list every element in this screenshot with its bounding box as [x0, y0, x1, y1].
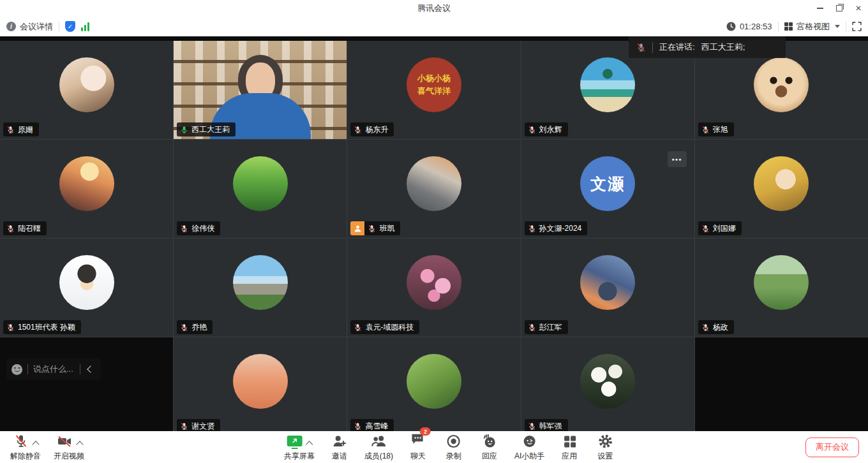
- participant-name: 袁元-域圆科技: [365, 322, 414, 333]
- muted-mic-icon: [636, 43, 646, 52]
- participant-avatar: [580, 57, 635, 112]
- speaking-prefix: 正在讲话:: [659, 41, 695, 53]
- apps-label: 应用: [562, 451, 577, 462]
- grid-view-icon: [784, 22, 793, 31]
- reactions-label: 回应: [482, 451, 497, 462]
- clock-icon: [726, 22, 736, 31]
- participant-avatar: [233, 156, 288, 211]
- view-mode-dropdown[interactable]: 宫格视图: [784, 21, 841, 33]
- window-controls: ✕: [811, 0, 868, 17]
- participant-name: 孙文灏-2024: [539, 223, 582, 234]
- camera-muted-icon: [56, 434, 73, 449]
- participant-name: 陆召韁: [18, 223, 41, 234]
- reactions-button[interactable]: 回应: [479, 432, 500, 462]
- participant-name-label: 袁元-域圆科技: [350, 320, 419, 334]
- unmute-button[interactable]: 解除静音: [10, 432, 41, 462]
- restore-button[interactable]: [830, 0, 849, 17]
- participant-tile[interactable]: 杨政: [695, 239, 868, 337]
- participant-tile[interactable]: 高雪峰: [347, 337, 520, 436]
- info-icon: i: [6, 22, 16, 31]
- record-icon: [446, 434, 461, 449]
- window-titlebar: 腾讯会议 ✕: [0, 0, 868, 17]
- participant-tile[interactable]: 班凯: [347, 140, 520, 238]
- view-mode-label: 宫格视图: [797, 21, 830, 33]
- participant-tile[interactable]: 1501班代表 孙颖: [0, 239, 173, 337]
- mic-options-chevron[interactable]: [32, 441, 39, 448]
- participant-tile[interactable]: 小杨小杨 喜气洋洋 杨东升: [347, 41, 520, 139]
- participant-name: 杨政: [713, 322, 728, 333]
- video-options-chevron[interactable]: [76, 441, 83, 448]
- chat-button[interactable]: 2 聊天: [407, 432, 429, 462]
- participant-tile[interactable]: 刘国娜: [695, 140, 868, 238]
- chevron-down-icon: [835, 25, 840, 28]
- members-button[interactable]: 成员(18): [364, 432, 393, 462]
- meeting-details-label: 会议详情: [20, 21, 53, 33]
- close-button[interactable]: ✕: [849, 0, 868, 17]
- emoji-picker-icon[interactable]: [11, 364, 22, 375]
- participant-tile[interactable]: 谢文贤: [174, 337, 347, 436]
- apps-button[interactable]: 应用: [558, 432, 580, 462]
- mic-status-icon: [354, 422, 362, 430]
- meeting-duration: 01:28:53: [726, 22, 772, 31]
- participant-name-label: 乔艳: [177, 320, 213, 334]
- divider: [27, 364, 28, 374]
- participant-tile[interactable]: 彭江军: [521, 239, 694, 337]
- mic-status-icon: [180, 422, 188, 430]
- participant-tile[interactable]: 韩军强: [521, 337, 694, 436]
- security-shield-icon[interactable]: ✓: [65, 21, 75, 32]
- mic-status-icon: [180, 224, 188, 233]
- share-screen-button[interactable]: 共享屏幕: [284, 432, 315, 462]
- host-badge-icon: [350, 221, 364, 235]
- share-options-chevron[interactable]: [305, 441, 312, 448]
- participant-tile[interactable]: 乔艳: [174, 239, 347, 337]
- participant-tile[interactable]: 文灏 ••• 孙文灏-2024: [521, 140, 694, 238]
- participant-name-label: 陆召韁: [3, 221, 47, 235]
- mic-status-icon: [701, 323, 710, 332]
- chat-input[interactable]: 说点什么...: [33, 364, 75, 375]
- leave-meeting-button[interactable]: 离开会议: [805, 437, 859, 457]
- participant-name-label: 刘国娜: [698, 221, 742, 235]
- participant-tile[interactable]: 原姗: [0, 41, 173, 139]
- mic-status-icon: [6, 323, 15, 332]
- chat-unread-badge: 2: [420, 427, 431, 436]
- divider: [59, 22, 59, 31]
- empty-tile: [0, 337, 173, 436]
- divider: [846, 22, 846, 31]
- minimize-icon: [817, 8, 823, 9]
- participant-tile[interactable]: 袁元-域圆科技: [347, 239, 520, 337]
- participant-name-label: 孙文灏-2024: [525, 221, 588, 235]
- participant-avatar: [407, 255, 461, 310]
- participant-avatar: [754, 255, 809, 310]
- invite-icon: [332, 434, 347, 449]
- participant-tile[interactable]: 陆召韁: [0, 140, 173, 238]
- invite-button[interactable]: 邀请: [329, 432, 350, 462]
- more-options-button[interactable]: •••: [668, 151, 687, 167]
- chat-quickbar[interactable]: 说点什么...: [6, 358, 101, 380]
- fullscreen-button[interactable]: [852, 22, 862, 31]
- settings-button[interactable]: 设置: [594, 432, 616, 462]
- participant-name: 彭江军: [539, 322, 562, 333]
- mic-muted-icon: [13, 434, 29, 449]
- settings-label: 设置: [597, 451, 613, 462]
- mic-status-icon: [701, 126, 710, 134]
- video-grid-area: 原姗 西工: [0, 36, 868, 463]
- minimize-button[interactable]: [811, 0, 830, 17]
- participant-tile[interactable]: 徐伟侠: [174, 140, 347, 238]
- window-title: 腾讯会议: [0, 3, 868, 14]
- meeting-details-button[interactable]: i 会议详情: [6, 21, 53, 33]
- participant-name: 张旭: [713, 124, 728, 135]
- mic-status-icon: [180, 323, 188, 332]
- divider: [778, 22, 779, 31]
- mic-status-icon: [528, 224, 536, 233]
- share-screen-label: 共享屏幕: [284, 451, 315, 462]
- fullscreen-icon: [852, 22, 862, 31]
- ai-assistant-icon: [522, 434, 537, 449]
- ai-assistant-button[interactable]: AI小助手: [514, 432, 544, 462]
- participant-name-label: 杨东升: [350, 122, 394, 136]
- participant-name: 原姗: [18, 124, 33, 135]
- participant-tile[interactable]: 西工大王莉: [174, 41, 347, 139]
- network-signal-icon[interactable]: [81, 22, 89, 31]
- start-video-button[interactable]: 开启视频: [54, 432, 84, 462]
- collapse-chat-icon[interactable]: [87, 365, 94, 372]
- record-button[interactable]: 录制: [443, 432, 465, 462]
